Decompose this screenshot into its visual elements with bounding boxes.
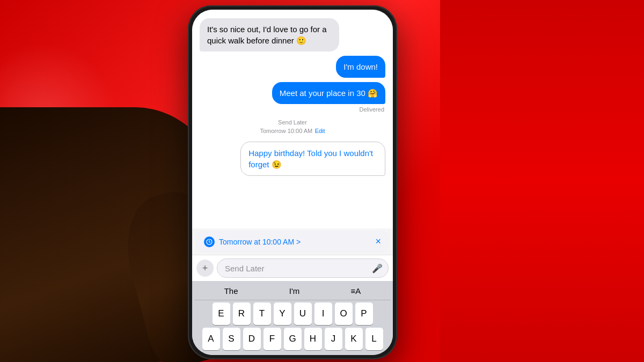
clock-icon [204, 237, 215, 247]
key-y[interactable]: Y [274, 302, 291, 325]
message-text: It's so nice out, I'd love to go for a q… [207, 25, 327, 45]
phone-screen: It's so nice out, I'd love to go for a q… [192, 10, 393, 355]
suggestion-1[interactable]: The [224, 286, 238, 295]
send-later-info: Send Later Tomorrow 10:00 AM Edit [260, 119, 325, 135]
keyboard-row-1: E R T Y U I O P [194, 302, 391, 325]
key-a[interactable]: A [202, 328, 220, 350]
schedule-time-label[interactable]: Tomorrow at 10:00 AM > [219, 238, 301, 246]
key-g[interactable]: G [284, 328, 302, 350]
keyboard: The I'm ≡A E R T Y U I O P A S D F G [192, 281, 393, 355]
message-sent-2: Meet at your place in 30 🤗 [272, 82, 385, 104]
delivered-label: Delivered [360, 106, 384, 113]
send-later-edit[interactable]: Edit [315, 128, 325, 134]
key-j[interactable]: J [325, 328, 342, 350]
send-later-title: Send Later [260, 119, 325, 125]
message-text: I'm down! [343, 62, 378, 71]
key-i[interactable]: I [314, 302, 332, 325]
schedule-close-button[interactable]: × [375, 236, 381, 247]
messages-area: It's so nice out, I'd love to go for a q… [192, 10, 393, 228]
input-placeholder: Send Later [225, 264, 264, 273]
send-later-time: Tomorrow 10:00 AM [260, 128, 312, 134]
keyboard-row-2: A S D F G H J K L [194, 328, 391, 350]
background-right [440, 0, 644, 362]
schedule-bar[interactable]: Tomorrow at 10:00 AM > × [196, 231, 389, 253]
suggestion-2[interactable]: I'm [289, 286, 300, 295]
input-area: + Send Later 🎤 [192, 255, 393, 281]
add-button[interactable]: + [196, 260, 214, 277]
key-d[interactable]: D [243, 328, 261, 350]
suggestion-3[interactable]: ≡A [351, 286, 361, 295]
message-text: Happy birthday! Told you I wouldn't forg… [248, 149, 373, 169]
key-s[interactable]: S [223, 328, 240, 350]
message-text: Meet at your place in 30 🤗 [280, 88, 378, 98]
message-sent-1: I'm down! [336, 56, 385, 78]
schedule-bar-left: Tomorrow at 10:00 AM > [204, 237, 301, 247]
message-received-1: It's so nice out, I'd love to go for a q… [200, 18, 339, 51]
message-input[interactable]: Send Later 🎤 [217, 258, 389, 278]
key-h[interactable]: H [304, 328, 322, 350]
key-o[interactable]: O [335, 302, 353, 325]
key-l[interactable]: L [365, 328, 383, 350]
key-u[interactable]: U [294, 302, 312, 325]
key-p[interactable]: P [355, 302, 373, 325]
key-r[interactable]: R [233, 302, 251, 325]
key-t[interactable]: T [253, 302, 271, 325]
keyboard-suggestions: The I'm ≡A [194, 284, 391, 300]
key-k[interactable]: K [345, 328, 363, 350]
phone: It's so nice out, I'd love to go for a q… [188, 5, 397, 359]
mic-icon[interactable]: 🎤 [372, 263, 383, 274]
key-e[interactable]: E [213, 302, 230, 325]
key-f[interactable]: F [264, 328, 281, 350]
message-scheduled: Happy birthday! Told you I wouldn't forg… [240, 142, 385, 176]
